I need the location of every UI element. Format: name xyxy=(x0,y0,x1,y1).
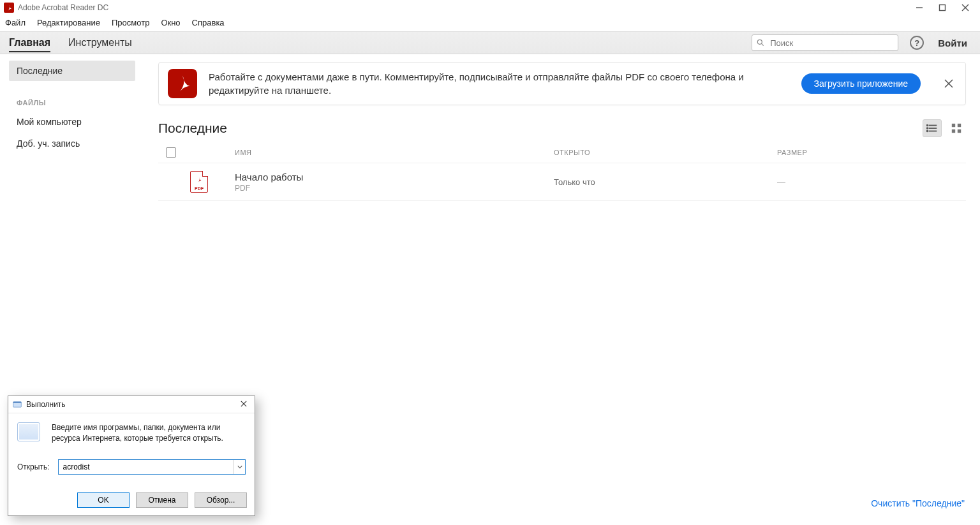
svg-rect-17 xyxy=(958,129,961,133)
menu-file[interactable]: Файл xyxy=(5,18,26,27)
svg-rect-14 xyxy=(952,124,955,127)
chevron-down-icon xyxy=(237,464,242,470)
run-open-label: Открыть: xyxy=(17,462,49,471)
run-open-dropdown-button[interactable] xyxy=(234,460,245,474)
run-open-combo[interactable] xyxy=(58,459,246,475)
col-opened[interactable]: ОТКРЫТО xyxy=(554,149,777,156)
run-dialog-title: Выполнить xyxy=(26,400,233,409)
window-titlebar: Adobe Acrobat Reader DC xyxy=(0,0,980,15)
menu-bar: Файл Редактирование Просмотр Окно Справк… xyxy=(0,15,980,31)
run-dialog-icon xyxy=(12,399,22,410)
col-name[interactable]: ИМЯ xyxy=(235,149,554,156)
svg-point-4 xyxy=(758,40,762,44)
list-view-icon xyxy=(926,122,938,134)
run-dialog-titlebar[interactable]: Выполнить xyxy=(8,396,255,413)
run-dialog-close-button[interactable] xyxy=(237,399,251,410)
promo-text: Работайте с документами даже в пути. Ком… xyxy=(209,70,790,97)
svg-rect-15 xyxy=(958,124,961,127)
download-app-button[interactable]: Загрузить приложение xyxy=(801,73,921,94)
run-hint-icon xyxy=(17,422,40,441)
promo-banner: Работайте с документами даже в пути. Ком… xyxy=(158,62,966,105)
sidebar-section-files: ФАЙЛЫ xyxy=(9,82,135,112)
promo-close-button[interactable] xyxy=(941,76,956,91)
clear-recent-link[interactable]: Очистить "Последние" xyxy=(871,498,965,508)
search-icon xyxy=(756,38,765,47)
col-size[interactable]: РАЗМЕР xyxy=(777,149,966,156)
login-button[interactable]: Войти xyxy=(938,38,971,48)
run-cancel-button[interactable]: Отмена xyxy=(136,492,188,508)
acrobat-app-icon xyxy=(4,3,14,13)
menu-view[interactable]: Просмотр xyxy=(112,18,149,27)
list-title: Последние xyxy=(158,121,227,136)
svg-rect-1 xyxy=(940,5,946,11)
table-head: ИМЯ ОТКРЫТО РАЗМЕР xyxy=(158,142,966,163)
svg-rect-16 xyxy=(952,129,955,133)
tab-home[interactable]: Главная xyxy=(9,33,50,52)
search-input[interactable] xyxy=(769,38,894,48)
grid-view-icon xyxy=(951,122,962,134)
svg-line-5 xyxy=(762,43,764,45)
window-minimize-button[interactable] xyxy=(915,4,924,11)
svg-point-13 xyxy=(926,131,928,132)
sidebar-item-recent[interactable]: Последние xyxy=(9,61,135,81)
main-content: Работайте с документами даже в пути. Ком… xyxy=(144,54,980,522)
table-row[interactable]: PDF Начало работы PDF Только что — xyxy=(158,163,966,201)
tab-tools[interactable]: Инструменты xyxy=(68,33,132,52)
view-grid-button[interactable] xyxy=(947,119,966,137)
window-close-button[interactable] xyxy=(961,4,970,11)
file-size: — xyxy=(777,177,966,187)
view-list-button[interactable] xyxy=(923,119,942,137)
acrobat-logo-icon xyxy=(168,69,197,98)
run-ok-button[interactable]: OK xyxy=(77,492,130,508)
menu-help[interactable]: Справка xyxy=(192,18,225,27)
svg-point-12 xyxy=(926,128,928,129)
search-box[interactable] xyxy=(752,34,898,51)
help-button[interactable]: ? xyxy=(910,36,924,50)
svg-rect-19 xyxy=(13,402,22,403)
primary-tabs: Главная Инструменты ? Войти xyxy=(0,31,980,54)
run-dialog: Выполнить Введите имя программы, папки, … xyxy=(8,396,255,516)
close-icon xyxy=(944,78,954,89)
run-open-input[interactable] xyxy=(63,462,234,471)
sidebar-item-my-computer[interactable]: Мой компьютер xyxy=(9,112,135,132)
sidebar-item-add-account[interactable]: Доб. уч. запись xyxy=(9,133,135,154)
window-maximize-button[interactable] xyxy=(938,4,947,11)
file-opened: Только что xyxy=(554,177,777,187)
run-browse-button[interactable]: Обзор... xyxy=(195,492,247,508)
select-all-checkbox[interactable] xyxy=(166,147,176,158)
pdf-file-icon: PDF xyxy=(190,171,208,193)
menu-window[interactable]: Окно xyxy=(161,18,180,27)
file-name: Начало работы xyxy=(235,172,554,182)
svg-point-11 xyxy=(926,125,928,126)
run-hint-text: Введите имя программы, папки, документа … xyxy=(52,422,246,444)
window-title: Adobe Acrobat Reader DC xyxy=(18,3,108,12)
file-type: PDF xyxy=(235,184,554,193)
close-icon xyxy=(241,401,247,407)
menu-edit[interactable]: Редактирование xyxy=(37,18,100,27)
